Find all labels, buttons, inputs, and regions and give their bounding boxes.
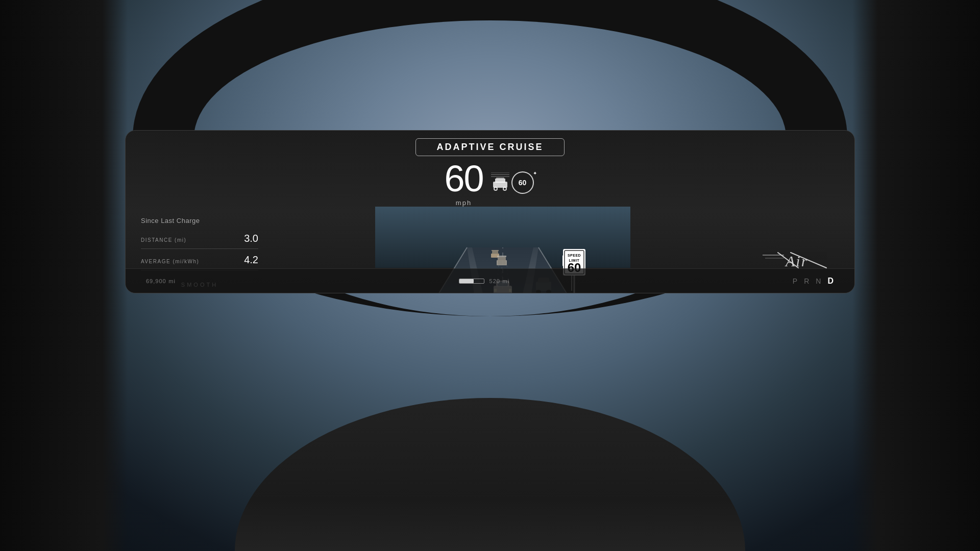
speed-unit: mph <box>456 199 472 207</box>
cruise-set-speed: 60 ✦ <box>511 171 536 196</box>
battery-bar-container <box>459 279 484 284</box>
svg-rect-21 <box>498 257 506 261</box>
cruise-car-icon <box>491 172 509 195</box>
gear-N: N <box>816 277 821 285</box>
distance-stat-row: DISTANCE (mi) 3.0 <box>141 233 258 249</box>
svg-rect-1 <box>495 179 505 183</box>
svg-rect-18 <box>492 251 498 254</box>
battery-fill <box>459 279 474 283</box>
svg-point-4 <box>495 188 497 190</box>
gear-selector: P R N D <box>793 277 834 286</box>
dashboard-display: ADAPTIVE CRUISE 60 mph <box>125 130 855 293</box>
speed-display: 60 mph <box>444 160 483 207</box>
svg-text:SPEED: SPEED <box>568 254 581 257</box>
odometer-unit: mi <box>168 278 176 284</box>
svg-rect-20 <box>497 260 507 265</box>
svg-point-5 <box>504 188 506 190</box>
average-value: 4.2 <box>244 254 258 266</box>
odometer-value: 69,900 <box>146 278 166 284</box>
since-charge-label: Since Last Charge <box>141 217 258 224</box>
gear-P: P <box>793 277 798 285</box>
range-unit: mi <box>503 278 510 284</box>
svg-rect-6 <box>496 178 504 179</box>
distance-label: DISTANCE (mi) <box>141 237 186 243</box>
dash-bottom-bar: 69,900 mi 520 mi P R N D <box>126 268 854 293</box>
average-label: AVERAGE (mi/kWh) <box>141 259 199 264</box>
distance-value: 3.0 <box>244 233 258 244</box>
gear-D: D <box>827 277 834 286</box>
dash-top-section: ADAPTIVE CRUISE 60 mph <box>126 131 854 207</box>
range-value: 520 <box>489 278 500 284</box>
speed-row: 60 mph <box>444 160 535 207</box>
speed-value: 60 <box>444 160 483 197</box>
cruise-speed-circle: 60 <box>511 171 534 194</box>
cruise-star-icon: ✦ <box>533 170 537 176</box>
svg-rect-19 <box>492 250 499 251</box>
odometer-display: 69,900 mi <box>146 277 176 285</box>
range-display: 520 mi <box>489 277 510 285</box>
adaptive-cruise-badge: ADAPTIVE CRUISE <box>415 138 564 156</box>
cruise-speed-group: 60 ✦ <box>491 171 536 196</box>
gear-R: R <box>804 277 810 285</box>
svg-text:Air: Air <box>785 253 808 269</box>
adaptive-cruise-label: ADAPTIVE CRUISE <box>436 142 543 152</box>
battery-section: 520 mi <box>459 277 510 285</box>
cruise-speed-number: 60 <box>519 179 527 187</box>
svg-rect-22 <box>497 256 506 257</box>
